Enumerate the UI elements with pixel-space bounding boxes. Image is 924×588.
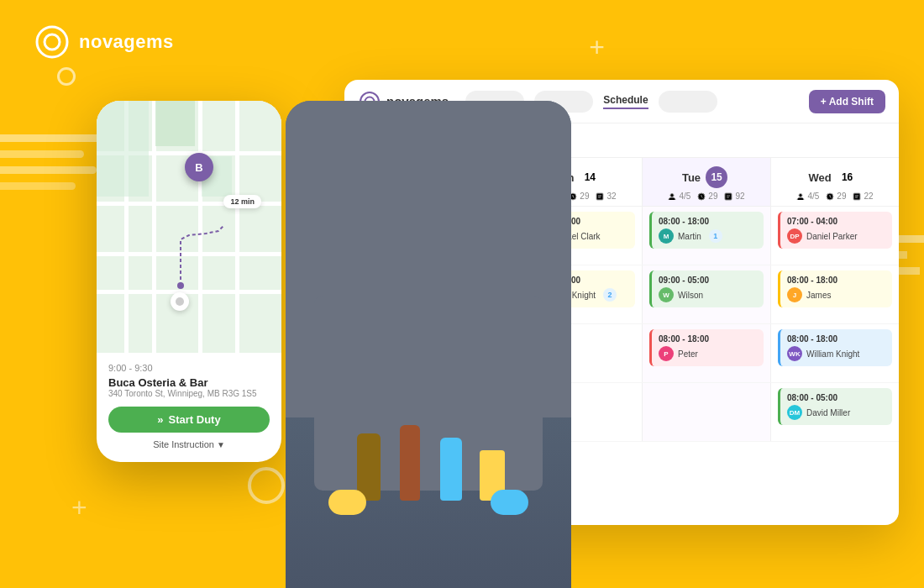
svg-rect-20 [596, 193, 603, 200]
shift-block[interactable]: 09:00 - 05:00 MC Michael Clark [521, 212, 635, 249]
shift-person: P Peter [659, 346, 757, 361]
mini-avatar: W [659, 287, 674, 302]
dashboard-main: Mon 14 4/5 29 [383, 123, 899, 525]
shift-person: J James [787, 287, 885, 302]
logo-icon [34, 24, 71, 60]
bg-circle-2 [248, 467, 285, 504]
shift-block[interactable]: 07:00 - 04:00 DP Daniel Parker [778, 212, 892, 249]
shift-block[interactable]: 09:00 - 05:00 W Wilson [649, 270, 764, 307]
svg-rect-11 [358, 262, 370, 272]
shift-person: DM David Miller [787, 405, 885, 420]
logo-text: novagems [79, 31, 174, 53]
wed-label: Wed [808, 171, 831, 184]
shift-cell-lan-tue[interactable]: 09:00 - 05:00 W Wilson [642, 265, 770, 323]
shift-cell-lan-wed[interactable]: 08:00 - 18:00 J James [770, 265, 899, 323]
day-header-mon[interactable]: Mon 14 4/5 29 [513, 158, 642, 206]
shift-cell-r3-mon[interactable] [513, 324, 642, 382]
tue-stat-guards: 4/5 [668, 192, 690, 201]
sidebar-person-icon[interactable] [352, 332, 375, 355]
search-guards-input[interactable] [407, 135, 505, 145]
shift-person: RK Rone Knight 2 [530, 287, 628, 302]
phone-time: 9:00 - 9:30 [108, 363, 270, 373]
sidebar-settings-icon[interactable] [352, 448, 375, 471]
shift-block[interactable]: 10:00 - 06:00 RK Rone Knight 2 [521, 270, 635, 307]
guard-sub-2: 972 S... [425, 290, 454, 299]
shift-cell-buc-wed[interactable]: 07:00 - 04:00 DP Daniel Parker [770, 207, 899, 265]
dash-logo-icon [358, 90, 381, 113]
shift-cell-r4-tue[interactable] [642, 383, 770, 441]
phone-info-section: 9:00 - 9:30 Buca Osteria & Bar 340 Toron… [97, 353, 281, 462]
guard-info-4 [383, 383, 513, 441]
shift-cell-r3-tue[interactable]: 08:00 - 18:00 P Peter [642, 324, 770, 382]
wed-number: 16 [837, 166, 858, 188]
sidebar-users-icon[interactable] [352, 216, 375, 239]
dash-subheader [383, 123, 899, 158]
guard-avatar-1: B [395, 223, 418, 247]
nav-item-schedule[interactable]: Schedule [603, 94, 648, 109]
svg-rect-26 [853, 193, 860, 200]
add-shift-button[interactable]: + Add Shift [809, 90, 885, 113]
svg-point-3 [360, 92, 379, 111]
shift-person: DP Daniel Parker [787, 228, 885, 244]
deco-bars-left [0, 134, 101, 190]
mini-avatar: J [787, 287, 802, 302]
wed-stat-guards: 4/5 [796, 192, 819, 201]
shift-cell-buc-mon[interactable]: 09:00 - 05:00 MC Michael Clark [513, 207, 642, 265]
map-secondary-pin [171, 292, 189, 311]
mini-avatar: RK [530, 287, 545, 302]
shift-block[interactable]: 08:00 - 18:00 WK William Knight [778, 329, 892, 366]
nav-item-2[interactable] [534, 91, 593, 113]
sidebar-chart-icon[interactable] [352, 409, 375, 433]
bg-circle-3 [286, 467, 297, 479]
mon-stat-shifts: 32 [596, 192, 616, 201]
nav-item-1[interactable] [465, 91, 524, 113]
bg-circle-1 [57, 67, 76, 86]
svg-point-18 [542, 193, 545, 197]
svg-point-0 [37, 27, 67, 57]
svg-point-10 [365, 223, 369, 227]
mon-stat-guards: 4/5 [539, 192, 562, 201]
tue-stat-shifts: 92 [724, 192, 744, 201]
table-row: B Buc... 15 S... 09:00 - 05:00 MC [383, 207, 899, 265]
main-logo: novagems [34, 24, 174, 60]
svg-rect-6 [365, 183, 370, 188]
shift-block[interactable]: 08:00 - 18:00 M Martin 1 [649, 212, 764, 249]
shift-cell-r4-wed[interactable]: 08:00 - 05:00 DM David Miller [770, 383, 899, 441]
shift-person: W Wilson [659, 287, 757, 302]
sidebar-idcard-icon[interactable] [352, 370, 375, 394]
day-header-wed[interactable]: Wed 16 4/5 29 [770, 158, 899, 206]
phone-mockup: B 12 min 9:00 - 9:30 Buca Osteria & Bar … [97, 101, 281, 462]
sidebar-location-icon[interactable] [352, 293, 375, 317]
shift-block[interactable]: 08:00 - 05:00 DM David Miller [778, 388, 892, 425]
tue-number: 15 [706, 166, 727, 188]
site-instruction[interactable]: Site Instruction ▼ [108, 439, 270, 449]
mini-avatar: M [659, 228, 674, 244]
dashboard-header: novagems Schedule + Add Shift [344, 80, 899, 123]
svg-point-17 [512, 137, 517, 143]
shift-block[interactable]: 08:00 - 18:00 J James [778, 270, 892, 307]
shift-cell-r4-mon[interactable] [513, 383, 642, 441]
shift-block[interactable]: 08:00 - 18:00 P Peter [649, 329, 764, 366]
svg-point-27 [397, 305, 401, 308]
guard-sub-row-2: 4/5 [395, 303, 501, 312]
sidebar-calendar-icon[interactable] [352, 255, 375, 278]
phone-address: 340 Toronto St, Winnipeg, MB R3G 1S5 [108, 389, 270, 398]
mon-label: Mon [552, 171, 575, 184]
mini-avatar: DP [787, 228, 802, 244]
bg-plus-2: + [328, 286, 345, 316]
table-row: 08:00 - 05:00 DM David Miller [383, 383, 899, 442]
svg-point-2 [177, 282, 184, 289]
shift-cell-buc-tue[interactable]: 08:00 - 18:00 M Martin 1 [642, 207, 770, 265]
wed-stat-shifts: 22 [853, 192, 873, 201]
search-box [396, 130, 531, 150]
shift-cell-r3-wed[interactable]: 08:00 - 18:00 WK William Knight [770, 324, 899, 382]
day-header-tue[interactable]: Tue 15 4/5 29 [642, 158, 770, 206]
table-row: L Lan... 972 S... 4/5 [383, 265, 899, 324]
nav-item-4[interactable] [659, 91, 717, 113]
start-duty-button[interactable]: » Start Duty [108, 407, 270, 433]
shift-cell-lan-mon[interactable]: 10:00 - 06:00 RK Rone Knight 2 [513, 265, 642, 323]
guard-sub-1: 15 S... [425, 236, 453, 245]
bg-plus-1: + [589, 34, 605, 60]
search-icon [510, 134, 520, 146]
sidebar-grid-icon[interactable] [352, 177, 375, 201]
